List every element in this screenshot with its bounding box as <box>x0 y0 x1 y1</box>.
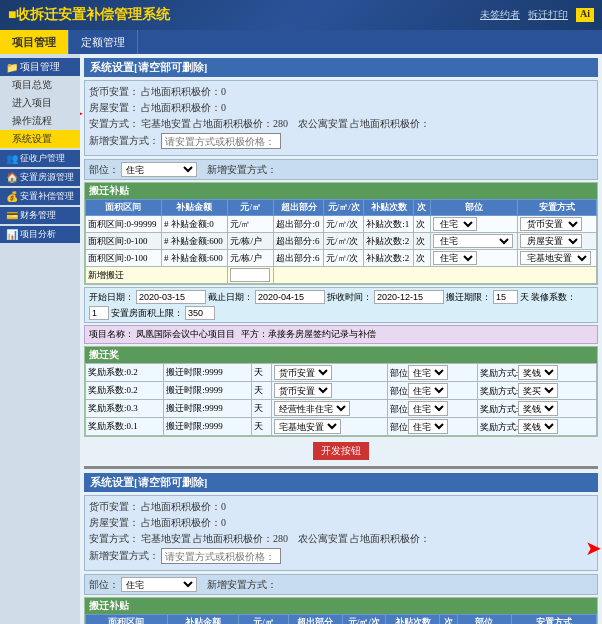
b-currency-label: 货币安置： <box>89 500 139 514</box>
bth-dept: 部位 <box>457 615 512 625</box>
analysis-icon: 📊 <box>6 229 18 240</box>
b-room-value: 占地面积积极价：0 <box>141 516 226 530</box>
sidebar-item-overview[interactable]: 项目总览 <box>0 76 80 94</box>
unsigned-link[interactable]: 未签约者 <box>480 8 520 22</box>
dept-select-bottom[interactable]: 住宅 经营性非住宅 工业仓储 <box>121 577 197 592</box>
td-unit13: 元/栋/户 <box>227 250 274 267</box>
anzhi-row: 安置方式： 宅基地安置 占地面积积极价：280 农公寓安置 占地面积积极价： <box>89 117 593 131</box>
td-time0: 搬迁时限:9999 <box>164 364 252 382</box>
anzhi-limit-input[interactable] <box>185 306 215 320</box>
nav-tabs: 项目管理 定额管理 <box>0 30 602 54</box>
housing-icon: 🏠 <box>6 172 18 183</box>
td-xishu3: 奖励系数:0.1 <box>86 418 164 436</box>
main-layout: 📁 项目管理 项目总览 进入项目 操作流程 系统设置 👥 征收户管理 🏠 安置房… <box>0 54 602 624</box>
chaishou-label: 拆收时间： <box>327 291 372 304</box>
bth-amount: 补贴金额 <box>167 615 238 625</box>
td-anzhi1: 货币安置 <box>518 216 597 233</box>
td-count2: 补贴次数:2 <box>364 233 414 250</box>
banqian-input[interactable] <box>493 290 518 304</box>
td-anzhi-a2: 经营性非住宅 <box>272 400 388 418</box>
th-anzhi: 安置方式 <box>518 200 597 216</box>
td-unit2b: 天 <box>252 400 272 418</box>
project-label-top: 项目名称： <box>89 328 134 341</box>
td-over1: 超出部分:0 <box>274 216 324 233</box>
td-amount: # 补贴金额:0 <box>161 216 227 233</box>
td-time2: 搬迁时限:9999 <box>164 400 252 418</box>
sidebar-item-process[interactable]: 操作流程 <box>0 112 80 130</box>
dept-select-top[interactable]: 住宅 经营性非住宅 工业仓储 <box>121 162 197 177</box>
bottom-section-title: 系统设置[请空部可删除] <box>84 473 598 492</box>
anzhi-val2: 占地面积积极价： <box>350 117 430 131</box>
td-amount2: # 补贴金额:600 <box>161 233 227 250</box>
print-link[interactable]: 拆迁打印 <box>528 8 568 22</box>
arrow-indicator-bottom: ➤ <box>585 536 602 560</box>
td-anzhi-a3: 宅基地安置 <box>272 418 388 436</box>
sidebar-group-housing[interactable]: 🏠 安置房源管理 <box>0 169 80 186</box>
sidebar-group-project[interactable]: 📁 项目管理 <box>0 58 80 76</box>
sidebar-item-settings[interactable]: 系统设置 <box>0 130 80 148</box>
anzhi-sub2: 农公寓安置 <box>298 117 348 131</box>
kaishi-input[interactable] <box>136 290 206 304</box>
newanzhi-dept-label: 新增安置方式： <box>207 163 277 177</box>
td-anzhi3: 宅基地安置 <box>518 250 597 267</box>
sidebar-group-comp-label: 安置补偿管理 <box>20 190 74 203</box>
b-anzhi-val1: 占地面积积极价：280 <box>193 532 288 546</box>
chaishou-input[interactable] <box>374 290 444 304</box>
td-over2: 超出部分:6 <box>274 233 324 250</box>
tab-project[interactable]: 项目管理 <box>0 30 69 54</box>
th-area: 面积区间 <box>86 200 162 216</box>
arrow-indicator-top: ➤ <box>80 101 84 125</box>
td-new-area: 新增搬迁 <box>86 267 228 284</box>
sidebar-group-users-label: 征收户管理 <box>20 152 65 165</box>
finance-icon: 💳 <box>6 210 18 221</box>
banzhi-top-table: 面积区间 补贴金额 元/㎡ 超出部分 元/㎡/次 补贴次数 次 部位 安置方式 … <box>85 199 597 284</box>
sidebar-group-finance[interactable]: 💳 财务管理 <box>0 207 80 224</box>
td-dept-a2: 部位住宅 <box>387 400 477 418</box>
room-row: 房屋安置： 占地面积积极价：0 <box>89 101 593 115</box>
table-row: 面积区间:0-100 # 补贴金额:600 元/栋/户 超出部分:6 元/㎡/次… <box>86 233 597 250</box>
tab-quota[interactable]: 定额管理 <box>69 30 138 54</box>
td-xishu0: 奖励系数:0.2 <box>86 364 164 382</box>
develop-button[interactable]: 开发按钮 <box>313 442 369 460</box>
sidebar-group-analysis-label: 项目分析 <box>20 228 56 241</box>
td-new-rest <box>274 267 597 284</box>
bth-per: 超出部分 <box>289 615 343 625</box>
td-jiangli3: 奖励方式:奖钱 <box>477 418 596 436</box>
b-newanzhi-input[interactable] <box>161 548 281 564</box>
sidebar-item-enter[interactable]: 进入项目 <box>0 94 80 112</box>
anzhi-val1: 占地面积积极价：280 <box>193 117 288 131</box>
newanzhi-input[interactable] <box>161 133 281 149</box>
td-area: 面积区间:0-99999 <box>86 216 162 233</box>
sidebar-group-finance-label: 财务管理 <box>20 209 56 222</box>
sidebar-group-analysis[interactable]: 📊 项目分析 <box>0 226 80 243</box>
table-row: 面积区间:0-100 # 补贴金额:600 元/栋/户 超出部分:6 元/㎡/次… <box>86 250 597 267</box>
th-dept: 部位 <box>430 200 518 216</box>
sidebar: 📁 项目管理 项目总览 进入项目 操作流程 系统设置 👥 征收户管理 🏠 安置房… <box>0 54 80 624</box>
td-new-amount <box>227 267 274 284</box>
table-row: 奖励系数:0.2 搬迁时限:9999 天 货币安置 部位住宅 奖励方式:奖钱 <box>86 364 597 382</box>
sidebar-group-users[interactable]: 👥 征收户管理 <box>0 150 80 167</box>
b-newanzhi-row: 新增安置方式： <box>89 548 593 564</box>
anzhi-sub1: 宅基地安置 <box>141 117 191 131</box>
zhuangxiu-input[interactable] <box>89 306 109 320</box>
td-unit0: 天 <box>252 364 272 382</box>
anzhi-limit-label: 安置房面积上限： <box>111 307 183 320</box>
project-icon: 📁 <box>6 62 18 73</box>
sidebar-group-compensation[interactable]: 💰 安置补偿管理 <box>0 188 80 205</box>
header-right: 未签约者 拆迁打印 Ai <box>480 8 594 22</box>
td-dept3: 住宅 <box>430 250 518 267</box>
jiean-input[interactable] <box>255 290 325 304</box>
b-newanzhi-label: 新增安置方式： <box>89 549 159 563</box>
currency-label: 货币安置： <box>89 85 139 99</box>
dept-row-bottom: 部位： 住宅 经营性非住宅 工业仓储 新增安置方式： <box>84 574 598 595</box>
bth-count: 补贴次数 <box>386 615 440 625</box>
b-anzhi-label: 安置方式： <box>89 532 139 546</box>
dept-row-top: 部位： 住宅 经营性非住宅 工业仓储 新增安置方式： <box>84 159 598 180</box>
currency-row: 货币安置： 占地面积积极价：0 <box>89 85 593 99</box>
td-unit12: 元/栋/户 <box>227 233 274 250</box>
top-section-title: 系统设置[请空部可删除] <box>84 58 598 77</box>
content-area: 系统设置[请空部可删除] ➤ 货币安置： 占地面积积极价：0 房屋安置： 占地面… <box>80 54 602 624</box>
td-dept-a3: 部位住宅 <box>387 418 477 436</box>
b-currency-row: 货币安置： 占地面积积极价：0 <box>89 500 593 514</box>
th-per-time: 超出部分 <box>274 200 324 216</box>
